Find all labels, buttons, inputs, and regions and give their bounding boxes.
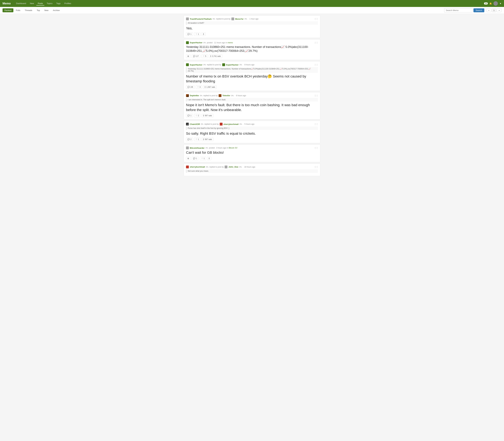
tab-threads[interactable]: Threads (23, 8, 34, 12)
tip-count: 567 sats (205, 114, 212, 117)
action-thread[interactable]: ⊞ (186, 157, 190, 160)
like-count: 3 (200, 86, 201, 88)
action-tip[interactable]: ₿ 567 sats (202, 138, 213, 141)
post-menu-icon[interactable]: ⋮⋮ (314, 42, 318, 44)
reply-to-name[interactable]: John_Doe (228, 166, 238, 168)
author-avatar (186, 41, 189, 44)
action-tip[interactable]: ₿ 1,567 sats (203, 85, 216, 89)
post-menu-icon[interactable]: ⋮⋮ (314, 123, 318, 125)
action-like[interactable]: ♡ 1 (194, 32, 201, 36)
post-actions: ⊞ 💬 1 ♡ 1 ₿ (186, 157, 318, 160)
time-separator: · (243, 123, 243, 125)
post-header: SuperHacker0%posted · 11 hours ago in me… (186, 41, 318, 44)
post-time: 1 hour ago (250, 18, 258, 20)
tip-count: 567 sats (205, 138, 212, 141)
author-name[interactable]: BitcoinHoarder (190, 147, 205, 149)
action-thread[interactable]: ⊞ (186, 54, 190, 58)
search-input[interactable] (444, 8, 472, 13)
action-comment[interactable]: 💬 1 (186, 32, 193, 36)
post-menu-icon[interactable]: ⋮⋮ (314, 18, 318, 20)
author-name[interactable]: TrashPosterInTheDark (190, 18, 212, 20)
action-comment[interactable]: 💬 2 (186, 138, 193, 141)
time-separator: · (243, 166, 243, 168)
quoted-text: Purse has shot itself in the foot by ign… (186, 126, 318, 130)
post-header: TrashPosterInTheDark0%replied to post by… (186, 17, 318, 20)
author-avatar (186, 94, 189, 97)
action-like[interactable]: ♡ 2 (194, 114, 201, 117)
author-avatar (186, 63, 189, 66)
tip-icon: ₿ (203, 138, 204, 141)
comment-count: 2/6 (190, 86, 193, 88)
author-avatar (186, 146, 189, 149)
search-button[interactable]: Search (473, 8, 484, 12)
post-menu-icon[interactable]: ⋮⋮ (314, 166, 318, 168)
action-tip[interactable]: ₿ (202, 32, 205, 36)
post-actions: 💬 1 ♡ 2 ₿ 567 sats (186, 114, 318, 117)
user-avatar[interactable] (493, 1, 498, 6)
nav-profiles[interactable]: Profiles (63, 1, 73, 5)
tab-top[interactable]: Top (35, 8, 42, 12)
post-menu-icon[interactable]: ⋮⋮ (314, 147, 318, 149)
tab-archive[interactable]: Archive (51, 8, 62, 12)
action-like[interactable]: ♡ 5 (202, 54, 208, 58)
action-comment[interactable]: 💬 2/6 (186, 85, 194, 89)
action-tip[interactable]: ₿ (207, 157, 211, 160)
tab-new[interactable]: New (43, 8, 50, 12)
post-card: Septmike0%replied to post byTelesfor0%·6… (184, 92, 320, 120)
action-text: replied to post by (204, 123, 219, 125)
thread-icon: ⊞ (188, 55, 189, 57)
reply-avatar (219, 94, 221, 97)
tip-icon: ₿ (209, 157, 210, 159)
tab-ranked[interactable]: Ranked (2, 8, 13, 12)
comment-count: 1 (190, 33, 191, 35)
current-page: 1 (492, 9, 496, 12)
time-separator: · (243, 64, 243, 66)
action-comment[interactable]: 💬 1 (192, 157, 199, 160)
user-menu-caret[interactable]: ▼ (499, 2, 502, 5)
author-name[interactable]: Septmike (190, 94, 199, 97)
bell-icon[interactable]: 🔔 (489, 2, 492, 5)
next-page-button[interactable]: → (497, 9, 502, 12)
reply-to-name[interactable]: sherrykochmail (223, 123, 239, 125)
author-name[interactable]: SuperHacker (190, 41, 202, 44)
comment-count: 1 (196, 157, 197, 159)
post-body: Can't wait for GB blocks! (186, 150, 318, 155)
reply-to-name[interactable]: SuperHacker (226, 64, 239, 66)
post-card: SuperHacker0%replied to post bySuperHack… (184, 61, 320, 91)
author-pct: 0% (205, 147, 208, 149)
reply-avatar (222, 63, 225, 66)
reply-to-name[interactable]: Telesfor (222, 94, 230, 97)
action-comment[interactable]: 💬 1/7 (192, 54, 200, 58)
post-header: Septmike0%replied to post byTelesfor0%·6… (186, 94, 318, 97)
author-name[interactable]: ChainXOR (190, 123, 200, 125)
nav-posts[interactable]: Posts (36, 1, 45, 5)
tab-polls[interactable]: Polls (14, 8, 22, 12)
author-avatar (186, 17, 189, 20)
action-like[interactable]: ♡ 1 (194, 138, 201, 141)
nav-dashboard[interactable]: Dashboard (15, 1, 28, 5)
navbar-brand[interactable]: Memo (2, 2, 11, 5)
action-like[interactable]: ♡ 3 (196, 85, 202, 89)
nav-new[interactable]: New (28, 1, 36, 5)
action-text: replied to post by (216, 18, 230, 20)
tip-icon: ₿ (210, 55, 211, 57)
like-icon: ♡ (196, 138, 197, 141)
time-separator: · (235, 94, 235, 97)
post-menu-icon[interactable]: ⋮⋮ (314, 94, 318, 97)
nav-topics[interactable]: Topics (45, 1, 54, 5)
action-comment[interactable]: 💬 1 (186, 114, 193, 117)
author-name[interactable]: SuperHacker (190, 64, 202, 66)
reply-to-name[interactable]: Mons7er (235, 18, 243, 20)
reply-avatar (231, 17, 234, 20)
action-tip[interactable]: ₿ 567 sats (202, 114, 213, 117)
prev-page-button[interactable]: ← (487, 9, 491, 12)
nav-tags[interactable]: Tags (55, 1, 62, 5)
post-menu-icon[interactable]: ⋮⋮ (314, 64, 318, 66)
author-name[interactable]: sherrykochmail (190, 166, 205, 168)
notification-count[interactable]: 15 (484, 2, 488, 5)
action-like[interactable]: ♡ 1 (200, 157, 206, 160)
post-time: 8 hours ago (244, 64, 254, 66)
author-avatar (186, 166, 189, 168)
comment-count: 1/7 (196, 55, 199, 57)
action-tip[interactable]: ₿ 3,741 sats (209, 54, 222, 58)
